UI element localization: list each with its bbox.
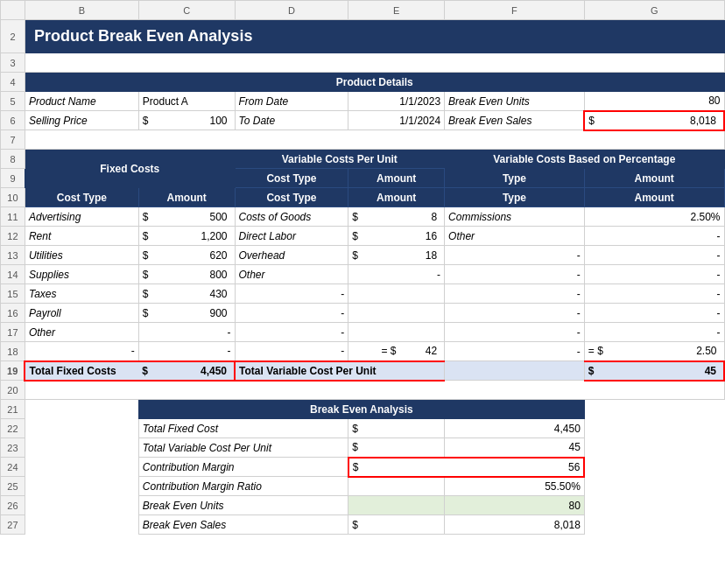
fc-row7-type: Other xyxy=(25,323,138,342)
product-details-header: Product Details xyxy=(25,73,724,92)
selling-price-dollar: $ 100 xyxy=(138,111,235,130)
be-spacer-22 xyxy=(25,419,138,438)
be-total-fc-dollar: $ xyxy=(348,419,445,438)
row-15-header: 15 xyxy=(1,284,25,304)
fc-row6-dollar: $ 900 xyxy=(138,304,235,323)
vcp-row8-type: - xyxy=(445,342,585,361)
be-spacer-25 xyxy=(25,477,138,496)
vcp-type-header: Type xyxy=(445,169,585,188)
row-3-header: 3 xyxy=(1,53,25,73)
fc-row3-type: Utilities xyxy=(25,246,138,265)
vc-row7-type: - xyxy=(235,323,348,342)
col-b-header: B xyxy=(25,1,138,20)
vc-cost-type-header: Cost Type xyxy=(235,169,348,188)
be-spacer-26 xyxy=(25,496,138,515)
row-18-header: 18 xyxy=(1,342,25,361)
variable-costs-pct-header: Variable Costs Based on Percentage xyxy=(445,150,724,169)
be-spacer-22b xyxy=(584,419,724,438)
vcp-row1-amt: 2.50% xyxy=(584,207,724,227)
total-vc-empty xyxy=(445,361,585,381)
vcp-row4-amt: - xyxy=(584,265,724,284)
row-26-header: 26 xyxy=(1,496,25,515)
vc-row6-amt xyxy=(348,304,445,323)
vc-row4-amt: - xyxy=(348,265,445,284)
vc-row4-type: Other xyxy=(235,265,348,284)
fc-row1-dollar: $ 500 xyxy=(138,207,235,227)
variable-costs-per-unit-header: Variable Costs Per Unit xyxy=(235,150,445,169)
fc-row5-type: Taxes xyxy=(25,284,138,304)
vcp-row4-type: - xyxy=(445,265,585,284)
be-spacer-25b xyxy=(584,477,724,496)
col-e-header: E xyxy=(348,1,445,20)
vc-row5-amt xyxy=(348,284,445,304)
row-13-header: 13 xyxy=(1,246,25,265)
row-2-header: 2 xyxy=(1,20,25,53)
fc-row3-dollar: $ 620 xyxy=(138,246,235,265)
be-cm-amount: 56 xyxy=(445,458,585,477)
vcp-row3-type: - xyxy=(445,246,585,265)
row-27-header: 27 xyxy=(1,515,25,535)
fc-cost-type-col-header: Cost Type xyxy=(25,188,138,207)
vc-row2-type: Direct Labor xyxy=(235,227,348,246)
to-date-value[interactable]: 1/1/2024 xyxy=(348,111,445,130)
vc-row6-type: - xyxy=(235,304,348,323)
total-vc-value: $ 45 xyxy=(584,361,724,381)
sp-amount: 100 xyxy=(210,115,231,127)
fc-row4-dollar: $ 800 xyxy=(138,265,235,284)
row-24-header: 24 xyxy=(1,458,25,477)
break-even-sales-value: $ 8,018 xyxy=(584,111,724,130)
vcp-amount-header: Amount xyxy=(584,169,724,188)
total-fixed-costs-value: $ 4,450 xyxy=(138,361,235,381)
break-even-analysis-header: Break Even Analysis xyxy=(138,400,584,419)
bes-dollar: $ xyxy=(588,115,595,127)
row-22-header: 22 xyxy=(1,419,25,438)
be-total-vc-dollar: $ xyxy=(348,438,445,458)
vc-row1-type: Costs of Goods xyxy=(235,207,348,227)
vcp-row5-amt: - xyxy=(584,284,724,304)
be-spacer-24b xyxy=(584,458,724,477)
vcp-row7-amt: - xyxy=(584,323,724,342)
fc-row6-type: Payroll xyxy=(25,304,138,323)
row-7-header: 7 xyxy=(1,130,25,150)
row-20-empty xyxy=(25,381,724,400)
row-3-empty xyxy=(25,53,724,73)
row-14-header: 14 xyxy=(1,265,25,284)
break-even-units-label: Break Even Units xyxy=(445,92,585,111)
be-total-fixed-cost-label: Total Fixed Cost xyxy=(138,419,348,438)
row-8-header: 8 xyxy=(1,150,25,169)
fc-row1-type: Advertising xyxy=(25,207,138,227)
fc-row5-dollar: $ 430 xyxy=(138,284,235,304)
total-vc-label: Total Variable Cost Per Unit xyxy=(235,361,445,381)
row-4-header: 4 xyxy=(1,73,25,92)
be-contribution-margin-label: Contribution Margin xyxy=(138,458,348,477)
be-bes-amount: 8,018 xyxy=(445,515,585,535)
vcp-row1-type: Commissions xyxy=(445,207,585,227)
vcp-row6-type: - xyxy=(445,304,585,323)
row-21-header: 21 xyxy=(1,400,25,419)
row-16-header: 16 xyxy=(1,304,25,323)
total-fixed-costs-label: Total Fixed Costs xyxy=(25,361,138,381)
fc-row2-type: Rent xyxy=(25,227,138,246)
from-date-value[interactable]: 1/1/2023 xyxy=(348,92,445,111)
row-11-header: 11 xyxy=(1,207,25,227)
be-total-fc-amount: 4,450 xyxy=(445,419,585,438)
break-even-units-value[interactable]: 80 xyxy=(584,92,724,111)
be-spacer-23b xyxy=(584,438,724,458)
be-spacer-27b xyxy=(584,515,724,535)
vcp-row6-amt: - xyxy=(584,304,724,323)
vc-row3-dollar: $ 18 xyxy=(348,246,445,265)
col-g-header: G xyxy=(584,1,724,20)
vcp-subtotal-eq: = $ 2.50 xyxy=(584,342,724,361)
fc-row2-dollar: $ 1,200 xyxy=(138,227,235,246)
vc-row1-dollar: $ 8 xyxy=(348,207,445,227)
corner-cell xyxy=(1,1,25,20)
col-c-header: C xyxy=(138,1,235,20)
product-name-value[interactable]: Product A xyxy=(138,92,235,111)
fc-row7-amt: - xyxy=(138,323,235,342)
product-name-label: Product Name xyxy=(25,92,138,111)
be-bes-dollar: $ xyxy=(348,515,445,535)
vc-row7-amt xyxy=(348,323,445,342)
to-date-label: To Date xyxy=(235,111,348,130)
be-total-vc-label: Total Variable Cost Per Unit xyxy=(138,438,348,458)
be-cmr-amount: 55.50% xyxy=(445,477,585,496)
